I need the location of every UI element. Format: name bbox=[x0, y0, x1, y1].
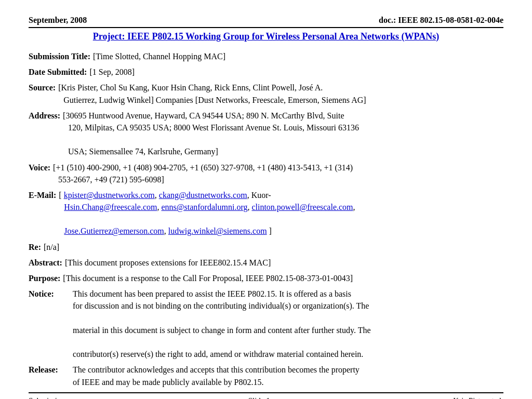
address-row: Address: [30695 Huntwood Avenue, Hayward… bbox=[29, 110, 503, 158]
address-line2: 120, Milpitas, CA 95035 USA; 8000 West F… bbox=[63, 122, 503, 134]
source-line1: [Kris Pister, Chol Su Kang, Kuor Hsin Ch… bbox=[58, 83, 323, 92]
footer-bar: Submission Slide 1 Kris Pister et al. bbox=[29, 392, 503, 399]
project-title: Project: IEEE P802.15 Working Group for … bbox=[29, 31, 503, 42]
voice-line2: 553-2667, +49 (721) 595-6098] bbox=[53, 174, 503, 185]
email-1-link[interactable]: kpister@dustnetworks.com bbox=[64, 191, 155, 200]
email-5-link[interactable]: clinton.powell@freescale.com bbox=[251, 203, 353, 211]
email-6-link[interactable]: Jose.Gutierrez@emerson.com bbox=[64, 227, 164, 235]
release-value: The contributor acknowledges and accepts… bbox=[73, 364, 503, 388]
source-row: Source: [Kris Pister, Chol Su Kang, Kuor… bbox=[29, 82, 503, 105]
submission-title-label: Submission Title: bbox=[29, 50, 90, 62]
purpose-label: Purpose: bbox=[29, 272, 60, 284]
email-7-link[interactable]: ludwig.winkel@siemens.com bbox=[168, 227, 267, 235]
re-label: Re: bbox=[29, 241, 41, 253]
header-doc: doc.: IEEE 802.15-08-0581-02-004e bbox=[379, 16, 503, 25]
abstract-row: Abstract: [This document proposes extens… bbox=[29, 257, 503, 269]
notice-label: Notice: bbox=[29, 288, 70, 300]
notice-value: This document has been prepared to assis… bbox=[73, 288, 503, 360]
footer-right: Kris Pister et al. bbox=[453, 396, 503, 399]
content-area: Submission Title: [Time Slotted, Channel… bbox=[29, 50, 503, 388]
source-label: Source: bbox=[29, 82, 56, 94]
email-4-link[interactable]: enns@stanfordalumni.org bbox=[161, 203, 247, 211]
voice-value: [+1 (510) 400-2900, +1 (408) 904-2705, +… bbox=[53, 162, 503, 185]
release-line1: The contributor acknowledges and accepts… bbox=[73, 365, 360, 374]
email-value: [ kpister@dustnetworks.com, ckang@dustne… bbox=[59, 189, 503, 237]
release-row: Release: The contributor acknowledges an… bbox=[29, 364, 503, 388]
email-3-link[interactable]: Hsin.Chang@freescale.com bbox=[64, 203, 157, 211]
re-value: [n/a] bbox=[44, 241, 503, 253]
re-row: Re: [n/a] bbox=[29, 241, 503, 253]
address-label: Address: bbox=[29, 110, 60, 122]
email-bracket-open: [ bbox=[59, 191, 63, 200]
notice-row: Notice: This document has been prepared … bbox=[29, 288, 503, 360]
notice-line3: material in this document is subject to … bbox=[73, 324, 503, 336]
voice-line1: [+1 (510) 400-2900, +1 (408) 904-2705, +… bbox=[53, 163, 353, 172]
abstract-label: Abstract: bbox=[29, 257, 62, 269]
address-line3: USA; Siemensallee 74, Karlsruhe, Germany… bbox=[63, 145, 503, 157]
release-label: Release: bbox=[29, 364, 70, 376]
email-row: E-Mail: [ kpister@dustnetworks.com, ckan… bbox=[29, 189, 503, 237]
date-submitted-label: Date Submitted: bbox=[29, 66, 87, 78]
purpose-value: [This document is a response to the Call… bbox=[63, 272, 503, 284]
abstract-value: [This document proposes extensions for I… bbox=[65, 257, 503, 269]
email-3-part1: Kuor- bbox=[251, 191, 271, 200]
footer-center: Slide 1 bbox=[248, 396, 270, 399]
email-label: E-Mail: bbox=[29, 189, 56, 201]
email-2-link[interactable]: ckang@dustnetworks.com bbox=[159, 191, 247, 200]
email-line3: Jose.Gutierrez@emerson.com, ludwig.winke… bbox=[59, 225, 503, 237]
notice-line4: contributor(s) reserve(s) the right to a… bbox=[73, 348, 503, 360]
date-submitted-value: [1 Sep, 2008] bbox=[89, 66, 503, 78]
email-bracket-close: ] bbox=[267, 227, 272, 235]
address-line1: [30695 Huntwood Avenue, Hayward, CA 9454… bbox=[63, 111, 344, 120]
voice-row: Voice: [+1 (510) 400-2900, +1 (408) 904-… bbox=[29, 162, 503, 185]
date-submitted-row: Date Submitted: [1 Sep, 2008] bbox=[29, 66, 503, 78]
source-value: [Kris Pister, Chol Su Kang, Kuor Hsin Ch… bbox=[58, 82, 503, 105]
address-value: [30695 Huntwood Avenue, Hayward, CA 9454… bbox=[63, 110, 503, 158]
source-line2: Gutierrez, Ludwig Winkel] Companies [Dus… bbox=[58, 94, 503, 106]
notice-line2: for discussion and is not binding on the… bbox=[73, 300, 503, 312]
email-line2: Hsin.Chang@freescale.com, enns@stanforda… bbox=[59, 201, 503, 213]
slide-container: September, 2008 doc.: IEEE 802.15-08-058… bbox=[0, 0, 532, 399]
footer-left: Submission bbox=[29, 396, 65, 399]
purpose-row: Purpose: [This document is a response to… bbox=[29, 272, 503, 284]
release-line2: of IEEE and may be made publicly availab… bbox=[73, 376, 503, 388]
header-row: September, 2008 doc.: IEEE 802.15-08-058… bbox=[29, 16, 503, 28]
notice-line1: This document has been prepared to assis… bbox=[73, 289, 351, 298]
voice-label: Voice: bbox=[29, 162, 50, 174]
submission-title-row: Submission Title: [Time Slotted, Channel… bbox=[29, 50, 503, 62]
header-date: September, 2008 bbox=[29, 16, 87, 25]
submission-title-value: [Time Slotted, Channel Hopping MAC] bbox=[93, 50, 503, 62]
